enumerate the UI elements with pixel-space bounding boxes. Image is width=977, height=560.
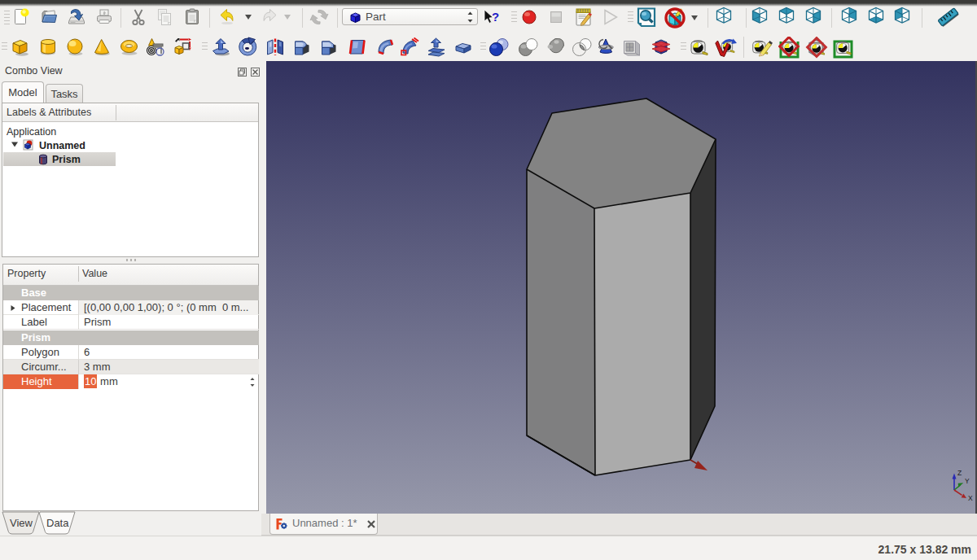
svg-text:Data: Data <box>46 517 69 529</box>
svg-text:Y: Y <box>965 477 970 485</box>
svg-text:View: View <box>10 517 33 529</box>
svg-text:X: X <box>968 494 973 502</box>
svg-text:Z: Z <box>957 469 962 477</box>
svg-text:?: ? <box>492 10 499 24</box>
